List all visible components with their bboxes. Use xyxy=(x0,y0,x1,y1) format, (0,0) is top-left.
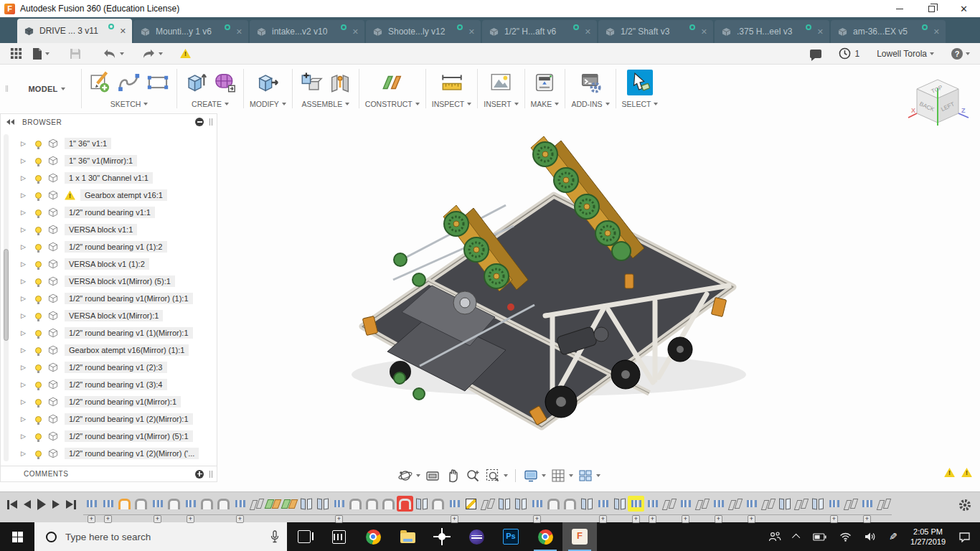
browser-item[interactable]: VERSA block v1(Mirror) (5):1 xyxy=(21,273,217,290)
save-button[interactable] xyxy=(70,48,81,60)
timeline-feature[interactable] xyxy=(793,496,809,512)
browser-item[interactable]: 1/2" round bearing v1 (1):2 xyxy=(21,238,217,255)
timeline-feature[interactable] xyxy=(248,496,265,512)
ribbon-group-label-select[interactable]: SELECT xyxy=(622,98,659,110)
browser-item[interactable]: 1/2" round bearing v1(Mirror):1 xyxy=(21,393,217,410)
timeline-feature[interactable] xyxy=(331,496,347,512)
timeline-feature[interactable] xyxy=(875,496,892,512)
timeline-feature[interactable] xyxy=(446,496,463,512)
timeline-expand-plus-icon[interactable] xyxy=(154,515,161,523)
expand-arrow-icon[interactable] xyxy=(21,364,32,371)
visibility-bulb-icon[interactable] xyxy=(35,399,42,405)
workspace-selector[interactable]: MODEL xyxy=(12,65,81,113)
browser-scrollbar[interactable] xyxy=(4,134,9,461)
timeline-feature[interactable] xyxy=(347,496,364,512)
document-tab[interactable]: intake...v2 v10 xyxy=(250,20,364,43)
timeline-expand-plus-icon[interactable] xyxy=(748,515,755,523)
ribbon-group-label-modify[interactable]: MODIFY xyxy=(250,98,286,110)
select-button[interactable] xyxy=(627,70,653,95)
timeline-step-forward-button[interactable] xyxy=(52,500,60,509)
job-status-button[interactable]: 1 xyxy=(839,47,859,60)
expand-arrow-icon[interactable] xyxy=(21,174,32,182)
timeline-feature[interactable] xyxy=(149,496,166,512)
timeline-feature[interactable] xyxy=(562,496,578,512)
taskbar-clock[interactable]: 2:05 PM 1/27/2019 xyxy=(904,522,952,551)
expand-arrow-icon[interactable] xyxy=(21,192,32,199)
orbit-button[interactable] xyxy=(396,467,422,484)
document-tab[interactable]: .375 H...eel v3 xyxy=(715,20,829,43)
display-settings-button[interactable] xyxy=(522,467,547,484)
create-form-button[interactable] xyxy=(212,70,237,95)
microphone-icon[interactable] xyxy=(270,530,280,543)
ribbon-group-label-addins[interactable]: ADD-INS xyxy=(571,98,609,110)
browser-item[interactable]: 1/2" round bearing v1 (2)(Mirror):1 xyxy=(21,410,217,428)
redo-button[interactable] xyxy=(141,49,163,59)
expand-arrow-icon[interactable] xyxy=(21,381,32,388)
add-ins-button[interactable] xyxy=(578,70,603,95)
timeline-feature[interactable] xyxy=(479,496,496,512)
browser-item[interactable]: 1 x 1 30" Channel v1:1 xyxy=(21,169,217,187)
timeline-feature[interactable] xyxy=(776,496,793,512)
visibility-bulb-icon[interactable] xyxy=(35,175,42,182)
taskbar-app[interactable] xyxy=(321,522,356,551)
browser-item[interactable]: 1/2" round bearing v1(Mirror) (1):1 xyxy=(21,290,217,307)
ribbon-group-label-assemble[interactable]: ASSEMBLE xyxy=(302,98,350,110)
browser-item[interactable]: Gearbox atempt v16(Mirror) (1):1 xyxy=(21,342,217,359)
timeline-feature[interactable] xyxy=(364,496,380,512)
notification-warning-icon[interactable] xyxy=(961,468,972,477)
timeline-feature[interactable] xyxy=(727,496,743,512)
timeline-feature[interactable] xyxy=(512,496,529,512)
browser-item[interactable]: VERSA block v1:1 xyxy=(21,221,217,238)
ribbon-group-label-make[interactable]: MAKE xyxy=(531,98,560,110)
expand-arrow-icon[interactable] xyxy=(21,398,32,405)
add-comment-icon[interactable] xyxy=(195,470,204,479)
visibility-bulb-icon[interactable] xyxy=(35,209,42,216)
timeline-feature[interactable] xyxy=(595,496,611,512)
expand-arrow-icon[interactable] xyxy=(21,415,32,423)
browser-scrollbar-thumb[interactable] xyxy=(4,249,9,341)
visibility-bulb-icon[interactable] xyxy=(35,141,42,147)
expand-arrow-icon[interactable] xyxy=(21,433,32,440)
expand-arrow-icon[interactable] xyxy=(21,140,32,147)
start-button[interactable] xyxy=(0,522,34,551)
ribbon-group-label-construct[interactable]: CONSTRUCT xyxy=(365,98,420,110)
expand-arrow-icon[interactable] xyxy=(21,243,32,250)
taskbar-app[interactable] xyxy=(425,522,459,551)
visibility-bulb-icon[interactable] xyxy=(35,313,42,319)
close-button[interactable]: ✕ xyxy=(948,0,980,17)
close-tab-icon[interactable] xyxy=(236,27,242,37)
timeline-feature[interactable] xyxy=(694,496,710,512)
browser-item[interactable]: VERSA block v1(Mirror):1 xyxy=(21,307,217,324)
expand-arrow-icon[interactable] xyxy=(21,209,32,216)
timeline-feature[interactable] xyxy=(859,496,875,512)
timeline-feature[interactable] xyxy=(529,496,545,512)
timeline-feature[interactable] xyxy=(314,496,331,512)
model-viewport[interactable]: MODEL SKETCH xyxy=(0,65,980,491)
expand-arrow-icon[interactable] xyxy=(21,226,32,233)
ribbon-group-label-inspect[interactable]: INSPECT xyxy=(432,98,472,110)
taskbar-search[interactable] xyxy=(34,522,287,551)
document-warning-icon[interactable] xyxy=(180,49,191,58)
timeline-expand-plus-icon[interactable] xyxy=(335,515,343,523)
measure-button[interactable] xyxy=(439,70,465,95)
document-tab[interactable]: 1/2" Shaft v3 xyxy=(598,20,713,43)
comments-bar[interactable]: COMMENTS xyxy=(1,466,217,481)
taskbar-app[interactable] xyxy=(528,522,562,551)
new-component-button[interactable] xyxy=(298,70,324,95)
document-tab[interactable]: am-36...EX v5 xyxy=(831,20,946,43)
visibility-bulb-icon[interactable] xyxy=(35,158,42,164)
expand-arrow-icon[interactable] xyxy=(21,450,32,457)
timeline-expand-plus-icon[interactable] xyxy=(533,515,541,523)
zoom-window-button[interactable] xyxy=(484,467,509,484)
browser-item[interactable]: 1/2" round bearing v1 (2)(Mirror) ('... xyxy=(21,445,217,462)
visibility-bulb-icon[interactable] xyxy=(35,382,42,388)
user-account-menu[interactable]: Lowell Torola xyxy=(877,49,934,59)
timeline-feature[interactable] xyxy=(710,496,727,512)
browser-item[interactable]: 1" 36" v1(Mirror):1 xyxy=(21,152,217,169)
document-tab[interactable]: DRIVE ... 3 v11 xyxy=(17,19,132,43)
browser-item[interactable]: 1/2" round bearing v1 (1)(Mirror):1 xyxy=(21,324,217,342)
browser-item[interactable]: 1/2" round bearing v1:1 xyxy=(21,204,217,221)
timeline-expand-plus-icon[interactable] xyxy=(649,515,656,523)
show-hidden-icons-chevron[interactable] xyxy=(788,522,806,551)
timeline-feature[interactable] xyxy=(644,496,661,512)
